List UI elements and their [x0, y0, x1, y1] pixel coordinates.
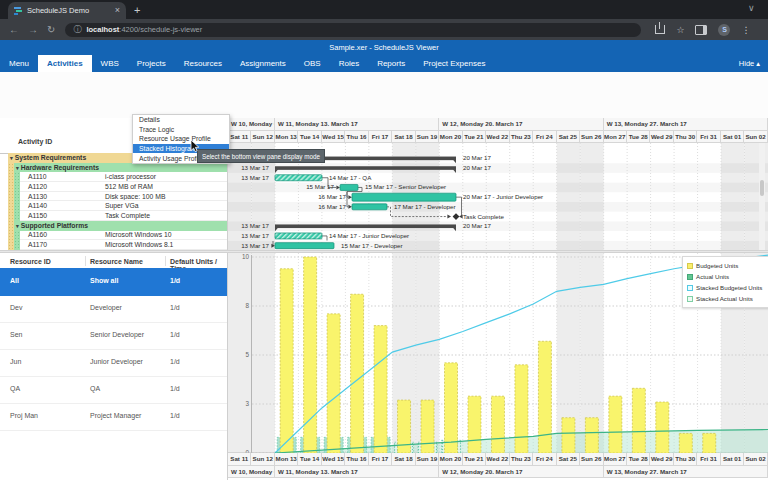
resource-id: Dev [10, 304, 22, 311]
day-cell: Tue 14 [298, 131, 321, 143]
resource-row-proj-man[interactable]: Proj ManProject Manager1/d [0, 403, 227, 431]
menu-tab-project-expenses[interactable]: Project Expenses [414, 55, 494, 72]
bar-date-label: 13 Mar 17 [241, 164, 269, 171]
tab-search-chevron-icon[interactable]: ∨ [748, 3, 755, 13]
activity-row-a1130[interactable]: A1130Disk space: 100 MB [20, 192, 227, 202]
address-bar[interactable]: ⓘ localhost:4200/schedule-js-viewer [65, 23, 641, 37]
day-cell: Fri 31 [697, 453, 720, 466]
chart-legend: Budgeted UnitsActual UnitsStacked Budget… [682, 256, 768, 308]
day-cell: Mon 27 [604, 131, 627, 143]
activity-row-a1160[interactable]: A1160Microsoft Windows 10 [20, 231, 227, 241]
bar-date-label: 13 Mar 17 [241, 241, 269, 248]
activity-row-a1170[interactable]: A1170Microsoft Windows 8.1 [20, 240, 227, 250]
day-cell: Thu 30 [674, 131, 697, 143]
resource-row-qa[interactable]: QAQA1/d [0, 376, 227, 404]
hierarchy-strip [14, 172, 20, 221]
menu-tab-reports[interactable]: Reports [368, 55, 414, 72]
activity-id-header: Activity ID [18, 138, 52, 145]
day-cell: Sun 26 [580, 131, 603, 143]
day-cell: Sun 12 [251, 131, 274, 143]
day-cell: Sun 02 [744, 131, 767, 143]
budgeted-units-bar [421, 400, 434, 453]
day-cell: Sat 25 [557, 453, 580, 466]
menu-tab-projects[interactable]: Projects [128, 55, 175, 72]
bar-date-label: 20 Mar 17 - Junior Developer [463, 193, 543, 200]
collapse-chevron-icon[interactable]: ▾ [10, 155, 13, 161]
activity-row-supported-platforms[interactable]: ▾Supported Platforms [14, 221, 227, 231]
menu-tab-obs[interactable]: OBS [295, 55, 330, 72]
side-panel-icon[interactable] [695, 25, 707, 35]
new-tab-button[interactable]: + [134, 4, 140, 16]
activity-row-hardware-requirements[interactable]: ▾Hardware Requirements [14, 163, 227, 173]
menu-tab-wbs[interactable]: WBS [92, 55, 128, 72]
bar-date-label: 13 Mar 17 [241, 231, 269, 238]
scrollbar-thumb[interactable] [760, 180, 764, 196]
resource-row-jun[interactable]: JunJunior Developer1/d [0, 349, 227, 377]
legend-swatch [687, 285, 693, 291]
tab-title: ScheduleJS Demo [27, 6, 115, 15]
bar-date-label: 13 Mar 17 [241, 222, 269, 229]
hide-button[interactable]: Hide▴ [731, 55, 768, 72]
menu-tab-resources[interactable]: Resources [175, 55, 231, 72]
day-cell: Sun 19 [416, 453, 439, 466]
day-cell: Fri 17 [369, 131, 392, 143]
collapse-chevron-icon[interactable]: ▾ [16, 165, 19, 171]
dropdown-item-resource-usage-profile[interactable]: Resource Usage Profile [133, 134, 229, 144]
resource-row-all[interactable]: AllShow all1/d [0, 268, 227, 296]
collapse-chevron-icon[interactable]: ▾ [16, 223, 19, 229]
tab-close-icon[interactable]: × [115, 6, 120, 15]
menu-tab-roles[interactable]: Roles [330, 55, 368, 72]
schedulejs-favicon [14, 6, 23, 15]
menu-tab-activities[interactable]: Activities [38, 55, 92, 72]
share-icon[interactable] [655, 25, 665, 34]
menu-tab-assignments[interactable]: Assignments [231, 55, 295, 72]
day-cell: Thu 30 [674, 453, 697, 466]
day-cell: Sat 01 [721, 453, 744, 466]
app-title: Sample.xer - ScheduleJS Viewer [329, 43, 439, 52]
day-cell: Sat 18 [392, 131, 415, 143]
resource-row-sen[interactable]: SenSenior Developer1/d [0, 322, 227, 350]
budgeted-units-bar [280, 268, 293, 452]
legend-item: Budgeted Units [687, 260, 768, 271]
browser-tab[interactable]: ScheduleJS Demo × [8, 2, 126, 19]
resource-name: Project Manager [90, 412, 141, 419]
task-bar [352, 193, 456, 201]
weekend-shading [721, 143, 744, 251]
bar-date-label: 15 Mar 17 - Developer [341, 241, 403, 248]
activity-id: A1150 [28, 212, 47, 219]
task-bar [275, 242, 334, 248]
resource-units: 1/d [170, 385, 180, 392]
activity-row-a1120[interactable]: A1120512 MB of RAM [20, 182, 227, 192]
bookmark-star-icon[interactable]: ☆ [676, 25, 684, 35]
activity-row-a1150[interactable]: A1150Task Complete [20, 211, 227, 221]
dropdown-item-details[interactable]: Details [133, 115, 229, 125]
back-icon[interactable]: ← [9, 24, 19, 35]
app-menubar: MenuActivitiesWBSProjectsResourcesAssign… [0, 55, 768, 72]
profile-avatar[interactable]: S [718, 24, 730, 36]
browser-menu-dots-icon[interactable]: ⋮ [741, 25, 750, 35]
task-bar [352, 203, 387, 209]
resource-units: 1/d [170, 304, 180, 311]
resource-id: Sen [10, 331, 22, 338]
budgeted-units-bar [703, 433, 716, 453]
dropdown-item-trace-logic[interactable]: Trace Logic [133, 125, 229, 135]
gantt-vertical-scrollbar[interactable] [759, 143, 765, 250]
legend-item: Stacked Budgeted Units [687, 282, 768, 293]
budgeted-units-bar [351, 294, 364, 453]
site-info-icon[interactable]: ⓘ [73, 24, 81, 35]
row-stripe [228, 202, 768, 212]
budgeted-units-bar [374, 325, 387, 452]
resource-row-dev[interactable]: DevDeveloper1/d [0, 295, 227, 323]
timeline-week-header: W 10, Monday 6.W 11, Monday 13. March 17… [228, 118, 768, 131]
day-cell: Tue 28 [627, 453, 650, 466]
forward-icon[interactable]: → [28, 24, 38, 35]
week-cell: W 13, Monday 27. March 17 [604, 118, 768, 131]
week-cell: W 11, Monday 13. March 17 [275, 466, 439, 479]
activity-row-a1140[interactable]: A1140Super VGa [20, 202, 227, 212]
day-cell: Wed 15 [322, 453, 345, 466]
menu-tab-menu[interactable]: Menu [0, 55, 38, 72]
bar-date-label: 14 Mar 17 - QA [329, 173, 372, 180]
reload-icon[interactable]: ↻ [47, 24, 55, 35]
activity-row-a1110[interactable]: A1110i-class processor [20, 172, 227, 182]
activity-id: A1120 [28, 183, 47, 190]
